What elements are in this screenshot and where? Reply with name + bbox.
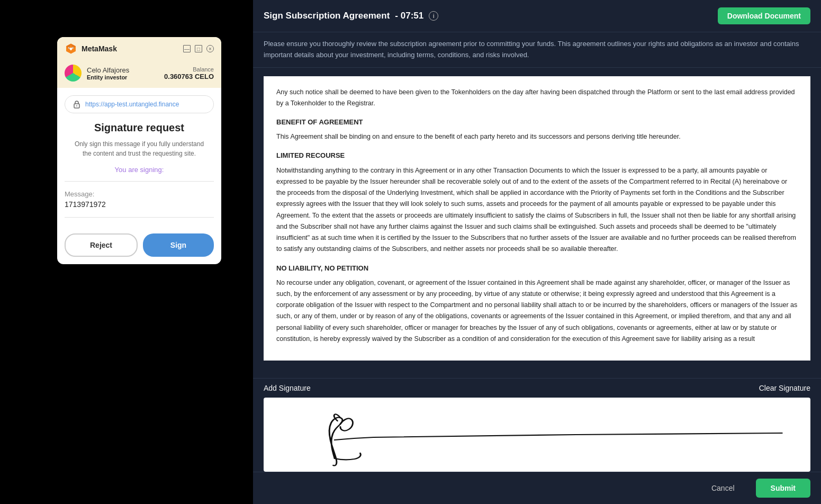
reject-button[interactable]: Reject: [65, 233, 138, 257]
metamask-title-left: MetaMask: [65, 42, 117, 55]
metamask-message-label: Message:: [65, 190, 214, 198]
signature-bar: Add Signature Clear Signature: [253, 378, 821, 398]
minimize-button[interactable]: —: [183, 45, 191, 52]
metamask-actions: Reject Sign: [57, 229, 221, 264]
doc-paragraph-benefit: This Agreement shall be binding on and e…: [276, 131, 798, 142]
doc-paragraph-no-liability: No recourse under any obligation, covena…: [276, 277, 798, 345]
header-title-group: Sign Subscription Agreement - 07:51 i: [264, 11, 438, 21]
metamask-account-name: Celo Alfajores: [87, 66, 129, 74]
metamask-balance-value: 0.360763 CELO: [164, 73, 214, 80]
add-signature-label: Add Signature: [264, 384, 311, 392]
doc-section-no-liability: NO LIABILITY, NO PETITION: [276, 263, 798, 274]
metamask-message-section: Message: 1713971972: [65, 186, 214, 213]
svg-point-9: [76, 105, 77, 106]
metamask-url-text: https://app-test.untangled.finance: [85, 101, 179, 108]
metamask-account-type: Entity investor: [87, 74, 129, 80]
clear-signature-button[interactable]: Clear Signature: [759, 384, 810, 392]
metamask-url-bar: https://app-test.untangled.finance: [65, 95, 214, 113]
metamask-signing-label: You are signing:: [65, 166, 214, 174]
svg-point-7: [73, 47, 73, 48]
signature-canvas[interactable]: [264, 398, 810, 472]
metamask-window-controls: — □ ×: [183, 45, 214, 52]
metamask-avatar: [65, 65, 82, 82]
download-document-button[interactable]: Download Document: [718, 7, 810, 24]
document-scroll-area[interactable]: Any such notice shall be deemed to have …: [253, 68, 821, 378]
metamask-balance-label: Balance: [164, 66, 214, 73]
metamask-divider-bottom: [65, 217, 214, 218]
document-header: Sign Subscription Agreement - 07:51 i Do…: [253, 0, 821, 32]
document-content: Any such notice shall be deemed to have …: [264, 76, 810, 361]
doc-section-benefit: BENEFIT OF AGREEMENT: [276, 116, 798, 128]
cancel-button[interactable]: Cancel: [697, 479, 750, 498]
metamask-body: https://app-test.untangled.finance Signa…: [57, 88, 221, 229]
footer-actions: Cancel Submit: [253, 472, 821, 504]
doc-paragraph-0: Any such notice shall be deemed to have …: [276, 87, 798, 110]
metamask-account-bar: Celo Alfajores Entity investor Balance 0…: [57, 60, 221, 88]
metamask-message-value: 1713971972: [65, 200, 214, 209]
info-icon[interactable]: i: [429, 11, 438, 21]
signature-drawing: [264, 398, 810, 472]
sign-button[interactable]: Sign: [143, 233, 214, 257]
metamask-balance: Balance 0.360763 CELO: [164, 66, 214, 80]
close-button[interactable]: ×: [206, 45, 214, 52]
lock-icon: [73, 100, 81, 109]
doc-paragraph-limited-recourse: Notwithstanding anything to the contrary…: [276, 165, 798, 255]
doc-section-limited-recourse: LIMITED RECOURSE: [276, 150, 798, 161]
document-title: Sign Subscription Agreement: [264, 11, 390, 21]
metamask-signature-request-title: Signature request: [65, 122, 214, 134]
metamask-divider-top: [65, 181, 214, 182]
maximize-button[interactable]: □: [195, 45, 202, 52]
metamask-account-left: Celo Alfajores Entity investor: [65, 65, 129, 82]
metamask-titlebar: MetaMask — □ ×: [57, 37, 221, 60]
svg-point-6: [69, 47, 69, 48]
document-intro: Please ensure you thoroughly review the …: [253, 32, 821, 68]
metamask-popup: MetaMask — □ × Celo Alfajores Entity inv…: [57, 37, 221, 264]
metamask-account-info: Celo Alfajores Entity investor: [87, 66, 129, 80]
document-timer: - 07:51: [395, 11, 423, 21]
metamask-fox-icon: [65, 42, 77, 55]
metamask-signature-request-subtitle: Only sign this message if you fully unde…: [65, 139, 214, 158]
metamask-app-name: MetaMask: [82, 44, 117, 53]
main-document-panel: Sign Subscription Agreement - 07:51 i Do…: [253, 0, 821, 504]
submit-button[interactable]: Submit: [756, 479, 810, 498]
